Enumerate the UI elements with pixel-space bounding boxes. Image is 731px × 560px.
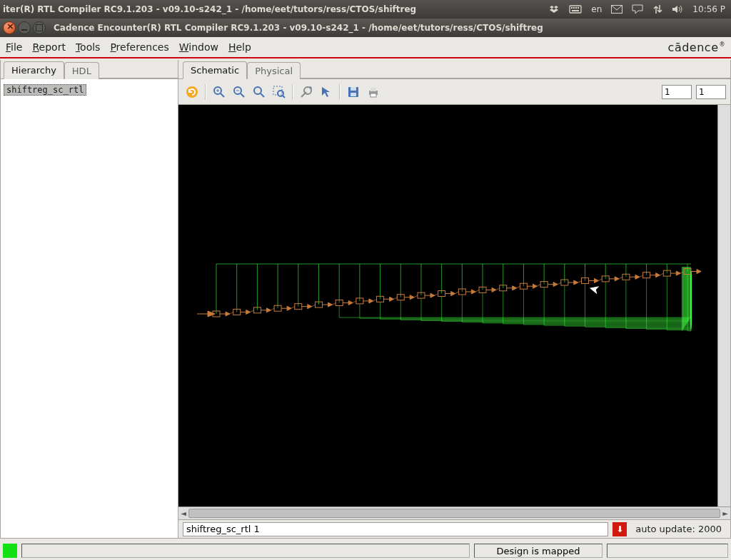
svg-line-83 <box>353 301 356 303</box>
svg-line-16 <box>261 93 264 97</box>
zoom-select-icon[interactable] <box>270 83 288 101</box>
horizontal-scrollbar[interactable]: ◄ ► <box>178 506 730 519</box>
hierarchy-tree[interactable]: shiftreg_sc_rtl <box>1 79 178 538</box>
status-light-icon <box>3 544 17 558</box>
menu-bar: File Report Tools Preferences Window Hel… <box>0 37 731 58</box>
select-icon[interactable] <box>317 83 336 101</box>
window-minimize-button[interactable] <box>18 21 31 34</box>
tab-schematic[interactable]: Schematic <box>183 61 247 79</box>
zoom-out-icon[interactable] <box>230 83 248 101</box>
svg-line-73 <box>251 310 254 312</box>
refresh-icon[interactable] <box>183 83 201 101</box>
status-path[interactable]: shiftreg_sc_rtl 1 <box>183 522 608 536</box>
menu-window[interactable]: Window <box>179 41 218 53</box>
svg-rect-0 <box>570 6 581 13</box>
svg-line-81 <box>332 302 336 305</box>
schematic-canvas[interactable]: ➤ <box>178 105 717 506</box>
chat-icon[interactable] <box>632 4 643 14</box>
menu-file[interactable]: File <box>6 41 22 53</box>
toolbar-input-a[interactable] <box>662 85 692 99</box>
svg-line-13 <box>241 93 244 97</box>
svg-rect-1 <box>571 7 573 9</box>
svg-line-79 <box>312 305 316 307</box>
svg-line-9 <box>221 93 224 97</box>
window-title: Cadence Encounter(R) RTL Compiler RC9.1.… <box>54 23 543 33</box>
svg-line-85 <box>373 299 377 301</box>
svg-line-99 <box>517 286 520 288</box>
zoom-fit-icon[interactable] <box>250 83 268 101</box>
svg-line-113 <box>660 273 664 275</box>
save-icon[interactable] <box>344 83 363 101</box>
volume-icon[interactable] <box>672 4 683 14</box>
app-statusbar: Design is mapped <box>0 541 731 560</box>
svg-rect-25 <box>370 88 376 91</box>
zoom-in-icon[interactable] <box>210 83 228 101</box>
tab-hierarchy[interactable]: Hierarchy <box>4 61 64 79</box>
svg-line-107 <box>599 279 603 281</box>
svg-line-103 <box>558 282 561 285</box>
window-maximize-button[interactable] <box>33 21 46 34</box>
dropbox-icon[interactable] <box>548 4 560 15</box>
sidebar: Hierarchy HDL shiftreg_sc_rtl <box>0 60 178 539</box>
svg-line-87 <box>394 297 398 300</box>
scroll-right-icon[interactable]: ► <box>720 507 730 519</box>
schematic-toolbar <box>178 79 730 105</box>
scroll-left-icon[interactable]: ◄ <box>178 507 188 519</box>
menu-report[interactable]: Report <box>32 41 65 53</box>
svg-point-15 <box>254 87 261 94</box>
status-extra <box>607 544 728 558</box>
svg-line-19 <box>283 96 285 98</box>
svg-rect-2 <box>573 7 575 9</box>
svg-rect-4 <box>578 7 579 9</box>
svg-rect-5 <box>572 10 579 11</box>
panel-title: iter(R) RTL Compiler RC9.1.203 - v09.10-… <box>3 4 548 14</box>
brand-logo: cādence <box>668 41 725 54</box>
keyboard-layout-label[interactable]: en <box>591 4 602 14</box>
message-box[interactable] <box>21 544 470 558</box>
clock-label[interactable]: 10:56 P <box>692 4 725 14</box>
mail-icon[interactable] <box>611 5 622 14</box>
svg-rect-26 <box>370 93 376 97</box>
svg-line-105 <box>578 280 582 282</box>
svg-point-20 <box>304 87 311 94</box>
window-close-button[interactable] <box>3 21 16 34</box>
toolbar-input-b[interactable] <box>696 85 726 99</box>
svg-line-71 <box>230 312 233 314</box>
svg-line-91 <box>435 294 438 296</box>
svg-line-75 <box>271 308 274 310</box>
keyboard-icon[interactable] <box>569 4 582 14</box>
svg-line-111 <box>640 275 643 278</box>
menu-preferences[interactable]: Preferences <box>110 41 168 53</box>
schematic-statusbar: shiftreg_sc_rtl 1 ⬇ auto update: 2000 <box>178 519 730 538</box>
print-icon[interactable] <box>364 83 383 101</box>
network-icon[interactable] <box>652 4 662 14</box>
menu-help[interactable]: Help <box>228 41 251 53</box>
auto-update-label: auto update: 2000 <box>631 524 726 534</box>
system-tray: en 10:56 P <box>548 4 728 15</box>
window-titlebar[interactable]: Cadence Encounter(R) RTL Compiler RC9.1.… <box>0 19 731 37</box>
main-pane: Schematic Physical ➤ <box>178 60 731 539</box>
vertical-scrollbar[interactable] <box>717 105 730 506</box>
svg-point-18 <box>278 91 283 96</box>
menu-tools[interactable]: Tools <box>76 41 101 53</box>
svg-line-95 <box>475 290 479 292</box>
svg-line-109 <box>619 277 622 279</box>
tab-hdl[interactable]: HDL <box>64 62 99 79</box>
design-status: Design is mapped <box>474 544 603 558</box>
svg-line-89 <box>414 295 418 297</box>
svg-rect-22 <box>351 87 356 91</box>
scrollbar-thumb[interactable] <box>188 509 720 518</box>
download-icon[interactable]: ⬇ <box>612 522 627 536</box>
svg-line-97 <box>496 288 500 290</box>
svg-line-93 <box>455 292 459 294</box>
svg-rect-3 <box>575 7 577 9</box>
desktop-panel: iter(R) RTL Compiler RC9.1.203 - v09.10-… <box>0 0 731 19</box>
tab-physical[interactable]: Physical <box>247 62 301 79</box>
svg-line-101 <box>537 285 540 287</box>
tree-item-shiftreg[interactable]: shiftreg_sc_rtl <box>4 84 86 96</box>
svg-line-77 <box>291 307 295 309</box>
schematic-drawing <box>198 265 691 333</box>
find-icon[interactable] <box>297 83 316 101</box>
svg-rect-23 <box>351 93 356 96</box>
